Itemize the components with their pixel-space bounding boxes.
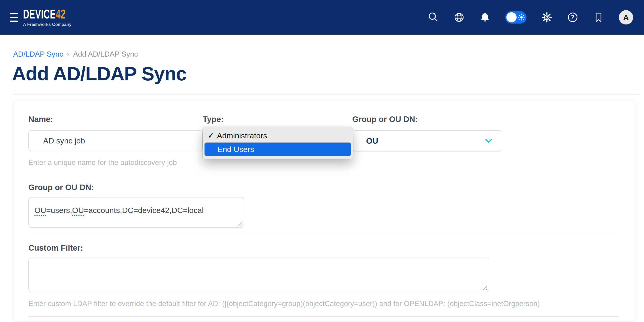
search-icon[interactable]: [428, 12, 439, 23]
avatar-letter: A: [623, 13, 629, 22]
group-ou-select-group: Group or OU DN: OU: [352, 114, 502, 167]
type-option-administrators[interactable]: ✓ Administrators: [204, 130, 351, 142]
theme-toggle[interactable]: [505, 11, 526, 24]
page-body: AD/LDAP Sync › Add AD/LDAP Sync Add AD/L…: [0, 50, 644, 321]
group-ou-dn-textarea[interactable]: OU=users,OU=accounts,DC=device42,DC=loca…: [28, 197, 244, 228]
custom-filter-field-group: Custom Filter: Enter custom LDAP filter …: [28, 243, 620, 308]
resize-handle[interactable]: [237, 221, 242, 226]
misspelled-text: OU: [34, 206, 46, 215]
name-label: Name:: [28, 114, 203, 124]
checkmark-icon: ✓: [208, 131, 214, 140]
textarea-text: =users,: [46, 206, 72, 215]
section-divider: [28, 316, 619, 317]
type-option-label: Administrators: [217, 131, 267, 140]
custom-filter-helper-text: Enter custom LDAP filter to override the…: [28, 299, 620, 308]
textarea-text: =accounts,DC=device42,DC=local: [84, 206, 204, 215]
hamburger-bar: [10, 21, 18, 22]
resize-handle[interactable]: [482, 285, 487, 290]
type-label: Type:: [203, 114, 352, 124]
custom-filter-textarea[interactable]: [28, 257, 489, 292]
name-helper-text: Enter a unique name for the autodiscover…: [28, 158, 203, 167]
breadcrumb: AD/LDAP Sync › Add AD/LDAP Sync: [13, 50, 644, 59]
device42-logo[interactable]: DEVICE42 A Freshworks Company: [23, 8, 88, 27]
group-ou-select-label: Group or OU DN:: [352, 114, 502, 124]
form-row-1: Name: Enter a unique name for the autodi…: [28, 114, 620, 167]
bookmark-icon[interactable]: [593, 12, 604, 23]
type-field-group: Type: ✓ Administrators End Users: [203, 114, 352, 167]
toggle-knob: [506, 12, 516, 23]
form-card: Name: Enter a unique name for the autodi…: [14, 101, 635, 321]
logo-wordmark: DEVICE42: [23, 8, 66, 21]
name-field-group: Name: Enter a unique name for the autodi…: [28, 114, 203, 167]
type-dropdown-menu: ✓ Administrators End Users: [203, 127, 353, 159]
header-divider: [13, 94, 640, 95]
group-ou-select-value: OU: [366, 136, 378, 146]
navbar-actions: ? A: [428, 10, 633, 25]
breadcrumb-link-adldap-sync[interactable]: AD/LDAP Sync: [13, 50, 63, 59]
breadcrumb-current: Add AD/LDAP Sync: [73, 50, 138, 59]
breadcrumb-separator: ›: [67, 50, 69, 59]
question-mark-glyph: ?: [571, 14, 575, 21]
page-title: Add AD/LDAP Sync: [12, 64, 644, 84]
user-avatar[interactable]: A: [619, 10, 633, 25]
settings-gear-icon[interactable]: [541, 12, 552, 23]
group-ou-dn-label: Group or OU DN:: [28, 182, 620, 192]
chevron-down-icon: [485, 139, 492, 143]
type-option-end-users[interactable]: End Users: [204, 143, 351, 156]
logo-tagline: A Freshworks Company: [23, 22, 88, 27]
custom-filter-label: Custom Filter:: [28, 243, 620, 252]
help-icon[interactable]: ?: [567, 12, 578, 23]
group-ou-dn-field-group: Group or OU DN: OU=users,OU=accounts,DC=…: [28, 182, 620, 228]
notifications-bell-icon[interactable]: [480, 12, 490, 23]
logo-primary: DEVICE: [23, 7, 56, 21]
type-option-label: End Users: [218, 145, 254, 154]
logo-accent: 42: [56, 7, 66, 21]
misspelled-text: OU: [72, 206, 84, 215]
group-ou-select[interactable]: OU: [352, 130, 502, 152]
top-navbar: DEVICE42 A Freshworks Company: [0, 0, 644, 35]
globe-icon[interactable]: [454, 12, 465, 23]
hamburger-bar: [10, 13, 18, 14]
hamburger-bar: [10, 17, 18, 18]
section-divider: [28, 174, 619, 174]
name-input[interactable]: [28, 130, 203, 151]
hamburger-menu-button[interactable]: [10, 13, 18, 22]
sun-icon: [518, 14, 525, 21]
section-divider: [28, 233, 619, 233]
